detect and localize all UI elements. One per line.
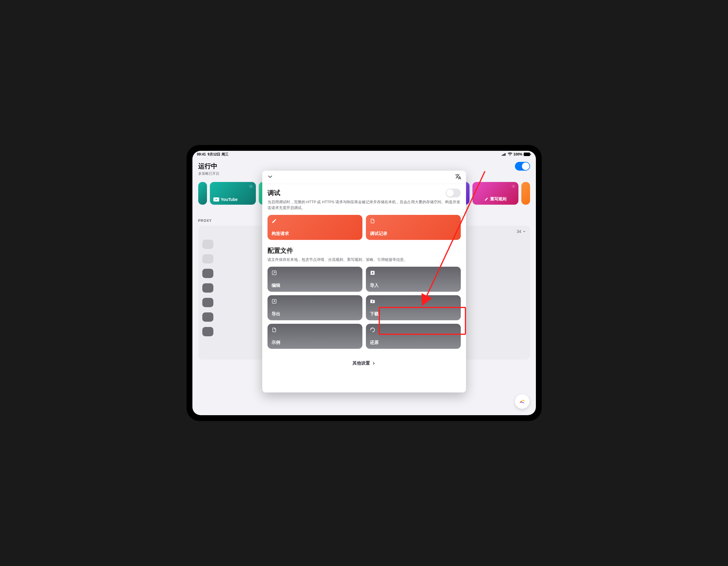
policy-card-rewrite[interactable]: 重写规则 xyxy=(472,182,518,205)
youtube-icon xyxy=(213,197,219,201)
card-label: 下载 xyxy=(370,311,457,317)
download-card[interactable]: 下载 xyxy=(366,295,461,320)
screen: 09:41 9月12日 周三 100% 运行中 多策略已开启 xyxy=(192,151,536,415)
card-label: 导出 xyxy=(272,311,358,317)
settings-sheet: 调试 当启用调试时，完整的 HTTP 或 HTTPS 请求与响应将会被记录并存储… xyxy=(262,171,466,392)
download-box-icon xyxy=(370,270,375,275)
debug-section: 调试 当启用调试时，完整的 HTTP 或 HTTPS 请求与响应将会被记录并存储… xyxy=(268,189,461,240)
svg-rect-3 xyxy=(505,153,505,156)
import-card[interactable]: 导入 xyxy=(366,267,461,292)
config-section-desc: 该文件保存在本地，包含节点详情、分流规则、重写规则、策略、引用链接等信息。 xyxy=(268,257,461,263)
main-toggle[interactable] xyxy=(515,162,530,171)
card-label: 还原 xyxy=(370,340,457,345)
svg-point-14 xyxy=(512,185,515,188)
chevron-right-icon xyxy=(372,361,376,365)
translate-button[interactable] xyxy=(455,174,461,181)
policy-label: 重写规则 xyxy=(490,197,506,202)
folder-download-icon xyxy=(370,299,375,304)
debug-log-card[interactable]: 调试记录 xyxy=(366,215,461,240)
settings-icon xyxy=(249,184,253,189)
page-title: 运行中 xyxy=(198,162,219,171)
card-label: 构造请求 xyxy=(272,231,358,236)
card-label: 示例 xyxy=(272,340,358,345)
svg-rect-1 xyxy=(503,154,503,156)
status-bar: 09:41 9月12日 周三 100% xyxy=(192,151,536,158)
other-settings-link[interactable]: 其他设置 xyxy=(268,355,461,368)
edit-box-icon xyxy=(272,270,277,275)
refresh-icon xyxy=(370,327,375,332)
svg-rect-5 xyxy=(530,154,531,155)
card-label: 导入 xyxy=(370,283,457,288)
wifi-icon xyxy=(508,153,512,156)
other-settings-label: 其他设置 xyxy=(353,360,370,366)
svg-rect-4 xyxy=(524,153,530,156)
external-link-icon xyxy=(272,299,277,304)
policy-card[interactable] xyxy=(521,182,530,205)
battery-pct: 100% xyxy=(513,152,522,156)
settings-icon xyxy=(511,184,516,189)
export-card[interactable]: 导出 xyxy=(268,295,362,320)
card-label: 调试记录 xyxy=(370,231,457,236)
chevron-down-icon xyxy=(267,174,273,180)
pencil-icon xyxy=(484,197,488,201)
policy-label: YouTube xyxy=(221,197,238,202)
status-time: 09:41 xyxy=(197,152,206,156)
svg-point-13 xyxy=(513,186,514,187)
svg-point-7 xyxy=(249,185,252,188)
page-subtitle: 多策略已开启 xyxy=(198,171,219,176)
status-date: 9月12日 周三 xyxy=(208,152,228,157)
restore-card[interactable]: 还原 xyxy=(366,324,461,349)
document-icon xyxy=(370,218,375,224)
construct-request-card[interactable]: 构造请求 xyxy=(268,215,362,240)
policy-card[interactable] xyxy=(198,182,207,205)
cellular-icon xyxy=(502,153,506,156)
battery-icon xyxy=(524,153,531,156)
svg-rect-2 xyxy=(504,154,504,156)
config-section-title: 配置文件 xyxy=(268,246,461,255)
svg-point-6 xyxy=(250,186,251,187)
fab-button[interactable] xyxy=(515,394,529,409)
pencil-icon xyxy=(272,218,277,224)
debug-section-desc: 当启用调试时，完整的 HTTP 或 HTTPS 请求与响应将会被记录并存储在本机… xyxy=(268,199,461,211)
translate-icon xyxy=(455,174,461,180)
debug-toggle[interactable] xyxy=(446,189,461,197)
chevron-down-icon xyxy=(522,230,526,233)
svg-rect-0 xyxy=(502,155,502,156)
proxy-count-button[interactable]: 34 xyxy=(517,229,526,234)
config-section: 配置文件 该文件保存在本地，包含节点详情、分流规则、重写规则、策略、引用链接等信… xyxy=(268,246,461,349)
sheet-collapse-button[interactable] xyxy=(267,174,273,181)
document-icon xyxy=(272,327,277,332)
shuffle-icon xyxy=(519,398,525,405)
policy-card-youtube[interactable]: YouTube xyxy=(210,182,256,205)
ipad-device-frame: 09:41 9月12日 周三 100% 运行中 多策略已开启 xyxy=(187,145,542,421)
debug-section-title: 调试 xyxy=(268,189,280,197)
example-card[interactable]: 示例 xyxy=(268,324,362,349)
card-label: 编辑 xyxy=(272,283,358,288)
edit-card[interactable]: 编辑 xyxy=(268,267,362,292)
